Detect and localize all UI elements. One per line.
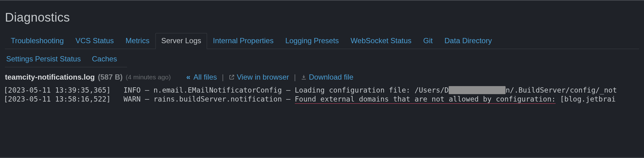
log-line-2: [2023-05-11 13:58:16,522] WARN — rains.b… [4, 95, 639, 104]
file-name: teamcity-notifications.log [5, 73, 95, 81]
log-line-1: [2023-05-11 13:39:35,365] INFO — n.email… [4, 86, 639, 95]
double-angle-left-icon: « [186, 73, 190, 81]
log-msg: [blog.jetbrai [556, 95, 616, 103]
tab-vcs-status[interactable]: VCS Status [70, 33, 120, 49]
tab-logging-presets[interactable]: Logging Presets [279, 33, 345, 49]
log-ts: [2023-05-11 13:58:16,522] [4, 95, 111, 103]
download-file-label: Download file [309, 73, 353, 81]
log-level: INFO [124, 86, 141, 94]
external-link-icon [229, 74, 235, 80]
tabs-secondary: Settings Persist Status Caches [5, 52, 127, 67]
tabs-primary: Troubleshooting VCS Status Metrics Serve… [5, 33, 639, 49]
download-icon [301, 74, 307, 80]
view-in-browser-label: View in browser [237, 73, 289, 81]
log-msg: Loading configuration file: /Users/D [295, 86, 449, 94]
log-warning-highlight: Found external domains that are not allo… [295, 95, 556, 104]
file-timestamp: (4 minutes ago) [126, 73, 171, 81]
log-msg: n/.BuildServer/config/_not [506, 86, 617, 94]
separator: | [292, 73, 298, 81]
tab-server-logs[interactable]: Server Logs [155, 33, 207, 49]
page-title: Diagnostics [5, 10, 639, 24]
tab-git[interactable]: Git [417, 33, 439, 49]
file-info-row: teamcity-notifications.log (587 B) (4 mi… [5, 73, 639, 81]
all-files-link[interactable]: « All files [186, 73, 217, 81]
download-file-link[interactable]: Download file [301, 73, 353, 81]
tab-settings-persist-status[interactable]: Settings Persist Status [5, 52, 86, 67]
all-files-label: All files [193, 73, 217, 81]
separator: | [220, 73, 226, 81]
tab-internal-properties[interactable]: Internal Properties [207, 33, 279, 49]
log-output: [2023-05-11 13:39:35,365] INFO — n.email… [4, 86, 639, 104]
tab-websocket-status[interactable]: WebSocket Status [345, 33, 417, 49]
tab-metrics[interactable]: Metrics [120, 33, 155, 49]
tab-data-directory[interactable]: Data Directory [439, 33, 498, 49]
log-logger: rains.buildServer.notification [154, 95, 282, 103]
file-size: (587 B) [98, 73, 123, 81]
tab-caches[interactable]: Caches [91, 52, 122, 67]
tab-troubleshooting[interactable]: Troubleshooting [5, 33, 70, 49]
log-level: WARN [124, 95, 141, 103]
log-logger: n.email.EMailNotificatorConfig [154, 86, 282, 94]
redacted-text: XXXXXXXXXXXXX [449, 86, 506, 94]
view-in-browser-link[interactable]: View in browser [229, 73, 289, 81]
log-ts: [2023-05-11 13:39:35,365] [4, 86, 111, 94]
